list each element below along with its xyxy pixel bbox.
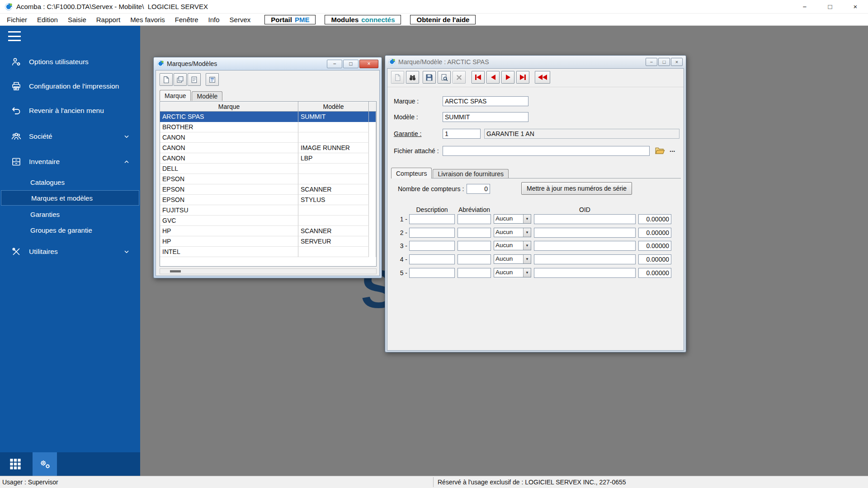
table-row[interactable]: CANON LBP xyxy=(160,153,376,164)
table-row[interactable]: FUJITSU xyxy=(160,205,376,216)
amount-input[interactable] xyxy=(638,268,671,278)
table-row[interactable]: DELL xyxy=(160,164,376,174)
apps-grid-icon[interactable] xyxy=(9,458,22,470)
sidebar-item-inventaire[interactable]: Inventaire xyxy=(0,153,140,171)
more-options-button[interactable]: ... xyxy=(670,145,675,153)
dropdown-arrow-icon[interactable]: ▼ xyxy=(523,268,531,277)
close-button[interactable]: × xyxy=(359,60,378,68)
tab-modele[interactable]: Modèle xyxy=(192,91,222,101)
tab-compteurs[interactable]: Compteurs xyxy=(391,168,432,178)
sidebar-item-configuration-impression[interactable]: Configuration de l'impression xyxy=(0,77,140,95)
search-button[interactable] xyxy=(406,71,419,84)
close-button[interactable]: × xyxy=(843,0,868,14)
column-header-marque[interactable]: Marque xyxy=(160,102,298,112)
sidebar-item-options-utilisateurs[interactable]: Options utilisateurs xyxy=(0,53,140,71)
table-row[interactable]: EPSON SCANNER xyxy=(160,184,376,195)
dropdown-arrow-icon[interactable]: ▼ xyxy=(523,255,531,263)
oid-input[interactable] xyxy=(534,228,636,238)
type-combobox[interactable]: Aucun ▼ xyxy=(494,214,531,224)
dropdown-arrow-icon[interactable]: ▼ xyxy=(523,241,531,250)
restore-button[interactable]: □ xyxy=(343,60,359,68)
modele-input[interactable] xyxy=(443,112,528,122)
obtenir-aide-button[interactable]: Obtenir de l'aide xyxy=(410,15,476,24)
hamburger-menu-icon[interactable] xyxy=(8,31,21,41)
abreviation-input[interactable] xyxy=(458,254,491,264)
description-input[interactable] xyxy=(409,254,455,264)
menu-saisie[interactable]: Saisie xyxy=(63,14,91,25)
abreviation-input[interactable] xyxy=(458,214,491,224)
nav-next-button[interactable] xyxy=(501,71,514,84)
minimize-button[interactable]: − xyxy=(327,60,342,68)
table-row[interactable]: EPSON xyxy=(160,174,376,184)
duplicate-button[interactable] xyxy=(188,73,201,86)
garantie-input[interactable] xyxy=(443,129,481,139)
table-row[interactable]: CANON IMAGE RUNNER xyxy=(160,143,376,153)
table-row[interactable]: EPSON STYLUS xyxy=(160,195,376,205)
table-row[interactable]: INTEL xyxy=(160,247,376,257)
garantie-label[interactable]: Garantie : xyxy=(394,129,421,139)
menu-fichier[interactable]: Fichier xyxy=(2,14,32,25)
rewind-button[interactable] xyxy=(535,71,550,84)
scrollbar-thumb[interactable] xyxy=(170,270,181,272)
abreviation-input[interactable] xyxy=(458,228,491,238)
menu-servex[interactable]: Servex xyxy=(225,14,256,25)
amount-input[interactable] xyxy=(638,228,671,238)
nav-first-button[interactable] xyxy=(472,71,485,84)
tab-livraison-fournitures[interactable]: Livraison de fournitures xyxy=(433,169,509,178)
horizontal-scrollbar[interactable] xyxy=(160,268,377,274)
menu-edition[interactable]: Edition xyxy=(32,14,63,25)
description-input[interactable] xyxy=(409,241,455,251)
oid-input[interactable] xyxy=(534,268,636,278)
menu-rapport[interactable]: Rapport xyxy=(91,14,125,25)
dropdown-arrow-icon[interactable]: ▼ xyxy=(523,228,531,237)
sidebar-item-groupes-de-garantie[interactable]: Groupes de garantie xyxy=(0,222,140,238)
mettre-a-jour-numeros-serie-button[interactable]: Mettre à jour mes numéros de série xyxy=(521,182,632,195)
table-row[interactable]: CANON xyxy=(160,132,376,143)
sidebar-item-societe[interactable]: Société xyxy=(0,127,140,145)
dropdown-arrow-icon[interactable]: ▼ xyxy=(523,215,531,223)
sidebar-item-garanties[interactable]: Garanties xyxy=(0,206,140,222)
type-combobox[interactable]: Aucun ▼ xyxy=(494,254,531,264)
menu-info[interactable]: Info xyxy=(203,14,225,25)
description-input[interactable] xyxy=(409,228,455,238)
abreviation-input[interactable] xyxy=(458,241,491,251)
settings-gears-button[interactable] xyxy=(33,452,57,476)
sidebar-item-utilitaires[interactable]: Utilitaires xyxy=(0,243,140,261)
oid-input[interactable] xyxy=(534,241,636,251)
menu-fenetre[interactable]: Fenêtre xyxy=(170,14,203,25)
amount-input[interactable] xyxy=(638,241,671,251)
sidebar-item-catalogues[interactable]: Catalogues xyxy=(0,174,140,190)
preview-button[interactable] xyxy=(438,71,451,84)
abreviation-input[interactable] xyxy=(458,268,491,278)
maximize-button[interactable]: □ xyxy=(817,0,843,14)
type-combobox[interactable]: Aucun ▼ xyxy=(494,228,531,237)
window-titlebar[interactable]: Marques/Modèles − □ × xyxy=(156,57,380,70)
close-button[interactable]: × xyxy=(671,58,683,66)
oid-input[interactable] xyxy=(534,214,636,224)
browse-folder-button[interactable] xyxy=(655,147,665,155)
table-row[interactable]: HP SERVEUR xyxy=(160,236,376,247)
amount-input[interactable] xyxy=(638,254,671,264)
description-input[interactable] xyxy=(409,268,455,278)
nombre-compteurs-input[interactable] xyxy=(467,184,490,194)
modules-connectes-button[interactable]: Modules connectés xyxy=(325,15,401,24)
menu-mes-favoris[interactable]: Mes favoris xyxy=(125,14,170,25)
sidebar-item-revenir-ancien-menu[interactable]: Revenir à l'ancien menu xyxy=(0,102,140,120)
column-header-modele[interactable]: Modèle xyxy=(298,102,369,112)
table-row[interactable]: HP SCANNER xyxy=(160,226,376,236)
properties-button[interactable] xyxy=(206,73,219,86)
minimize-button[interactable]: − xyxy=(646,58,657,66)
oid-input[interactable] xyxy=(534,254,636,264)
minimize-button[interactable]: − xyxy=(792,0,817,14)
marque-input[interactable] xyxy=(443,96,528,106)
sidebar-item-marques-et-modeles[interactable]: Marques et modèles xyxy=(1,190,139,206)
save-button[interactable] xyxy=(423,71,436,84)
description-input[interactable] xyxy=(409,214,455,224)
table-row[interactable]: GVC xyxy=(160,216,376,226)
new-button[interactable] xyxy=(160,73,173,86)
type-combobox[interactable]: Aucun ▼ xyxy=(494,268,531,277)
amount-input[interactable] xyxy=(638,214,671,224)
window-titlebar[interactable]: Marque/Modèle : ARCTIC SPAS − □ × xyxy=(387,56,684,68)
nav-last-button[interactable] xyxy=(516,71,529,84)
type-combobox[interactable]: Aucun ▼ xyxy=(494,241,531,250)
